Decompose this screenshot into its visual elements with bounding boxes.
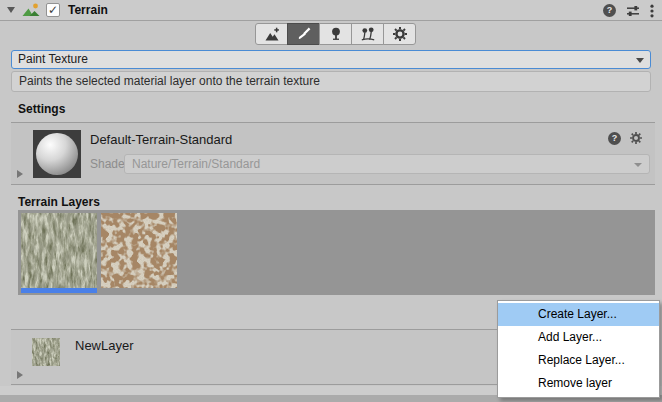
menu-item-create-layer[interactable]: Create Layer... [498, 303, 659, 326]
shader-label: Shader [90, 157, 129, 171]
terrain-asset-icon [22, 3, 40, 17]
page-title: Terrain [68, 3, 108, 17]
paint-terrain-button[interactable] [287, 23, 320, 45]
terrain-layers-palette [18, 210, 655, 295]
paint-details-button[interactable] [351, 23, 384, 45]
gear-icon [392, 26, 408, 42]
terrain-enabled-checkbox[interactable] [46, 3, 60, 17]
paint-tool-dropdown[interactable]: Paint Texture [11, 50, 651, 69]
material-foldout-icon[interactable] [17, 170, 23, 178]
shader-dropdown: Nature/Terrain/Standard [124, 154, 650, 174]
terrain-layer-stone[interactable] [101, 213, 177, 291]
brush-icon [296, 26, 312, 42]
mountain-plus-icon [264, 27, 280, 42]
tool-help-text: Paints the selected material layer onto … [19, 74, 320, 88]
selected-layer-indicator [21, 288, 97, 293]
material-gear-icon[interactable] [629, 131, 643, 145]
chevron-down-icon [636, 58, 644, 63]
new-layer-foldout-icon[interactable] [17, 371, 23, 379]
terrain-layers-section-label: Terrain Layers [18, 195, 100, 209]
material-name: Default-Terrain-Standard [90, 132, 232, 147]
material-sphere-icon [36, 133, 78, 175]
flower-details-icon [360, 26, 376, 42]
kebab-menu-icon[interactable] [650, 4, 654, 18]
inspector-header: Terrain [0, 0, 662, 21]
new-layer-thumbnail [32, 338, 60, 366]
layer-context-menu: Create Layer... Add Layer... Replace Lay… [497, 300, 660, 398]
menu-item-add-layer[interactable]: Add Layer... [498, 326, 659, 349]
material-help-icon[interactable] [608, 132, 621, 145]
terrain-layer-grass[interactable] [21, 213, 97, 291]
menu-item-replace-layer[interactable]: Replace Layer... [498, 349, 659, 372]
terrain-tool-toolbar [255, 23, 416, 45]
material-preview [33, 130, 81, 178]
settings-section-label: Settings [18, 102, 65, 116]
material-card: Default-Terrain-Standard Shader Nature/T… [11, 122, 655, 185]
foldout-open-icon[interactable] [7, 7, 15, 13]
tree-icon [328, 26, 344, 42]
menu-item-remove-layer[interactable]: Remove layer [498, 372, 659, 395]
shader-dropdown-value: Nature/Terrain/Standard [132, 157, 260, 171]
terrain-settings-button[interactable] [383, 23, 416, 45]
help-icon[interactable] [603, 4, 616, 17]
tool-help-box: Paints the selected material layer onto … [11, 71, 651, 92]
chevron-down-icon [634, 163, 642, 167]
create-neighbor-terrains-button[interactable] [255, 23, 288, 45]
paint-tool-dropdown-value: Paint Texture [18, 52, 88, 66]
presets-icon[interactable] [626, 4, 640, 18]
new-layer-title: NewLayer [75, 338, 134, 353]
paint-trees-button[interactable] [319, 23, 352, 45]
terrain-inspector: Terrain [0, 0, 662, 402]
